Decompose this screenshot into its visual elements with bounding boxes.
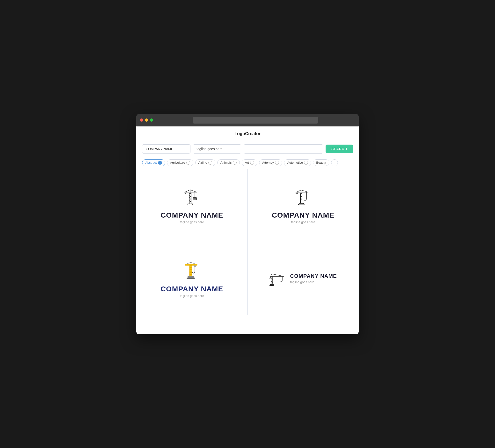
- logo-card-1[interactable]: COMPANY NAME tagline goes here: [137, 169, 247, 242]
- filter-section: Abstract ✓ Agriculture Airline Animals A…: [136, 157, 359, 169]
- company-name-1: COMPANY NAME: [161, 211, 223, 219]
- filter-animals[interactable]: Animals: [217, 159, 240, 166]
- svg-line-4: [189, 200, 191, 202]
- crane-icon-3: [182, 259, 202, 281]
- filter-label: Attorney: [262, 161, 274, 164]
- svg-rect-39: [185, 264, 197, 266]
- svg-line-41: [191, 262, 196, 264]
- check-icon: [208, 161, 212, 165]
- svg-rect-36: [190, 269, 192, 270]
- svg-line-8: [190, 190, 197, 192]
- check-icon: [233, 161, 237, 165]
- filter-label: Abstract: [145, 161, 157, 164]
- maximize-button[interactable]: [150, 118, 153, 122]
- app-container: LogoCreator SEARCH Abstract ✓ Agricultur…: [136, 126, 359, 334]
- traffic-lights: [140, 118, 153, 122]
- svg-rect-43: [194, 266, 196, 267]
- filter-airline[interactable]: Airline: [195, 159, 215, 166]
- svg-rect-46: [187, 278, 195, 279]
- filter-automotive[interactable]: Automotive: [284, 159, 311, 166]
- check-icon: ✓: [158, 161, 162, 165]
- filter-label: Animals: [220, 161, 232, 164]
- svg-rect-53: [270, 278, 271, 279]
- filter-next-button[interactable]: →: [331, 159, 338, 166]
- filter-label: Art: [245, 161, 249, 164]
- company-name-4: COMPANY NAME: [290, 273, 337, 279]
- filter-beauty[interactable]: Beauty: [313, 159, 329, 166]
- filter-abstract[interactable]: Abstract ✓: [142, 159, 165, 166]
- filter-label: Agriculture: [170, 161, 185, 164]
- search-button[interactable]: SEARCH: [326, 145, 353, 153]
- logos-grid: COMPANY NAME tagline goes here: [136, 169, 359, 315]
- svg-line-25: [296, 190, 301, 192]
- svg-line-1: [189, 195, 191, 197]
- svg-line-21: [301, 195, 302, 197]
- check-icon: [304, 161, 308, 165]
- filter-art[interactable]: Art: [242, 159, 257, 166]
- svg-rect-38: [190, 274, 192, 275]
- svg-rect-0: [189, 194, 191, 204]
- crane-icon-1: [182, 187, 202, 207]
- svg-line-40: [186, 262, 191, 264]
- tagline-3: tagline goes here: [180, 294, 204, 298]
- tagline-2: tagline goes here: [291, 220, 315, 224]
- svg-line-48: [271, 278, 273, 280]
- logo-card-3[interactable]: COMPANY NAME tagline goes here: [137, 242, 247, 315]
- company-name-3: COMPANY NAME: [161, 285, 223, 293]
- company-name-2: COMPANY NAME: [272, 211, 334, 219]
- svg-rect-35: [190, 267, 192, 268]
- app-title: LogoCreator: [234, 131, 261, 136]
- filter-agriculture[interactable]: Agriculture: [167, 159, 193, 166]
- minimize-button[interactable]: [145, 118, 148, 122]
- browser-window: LogoCreator SEARCH Abstract ✓ Agricultur…: [136, 114, 359, 334]
- filter-attorney[interactable]: Attorney: [259, 159, 282, 166]
- svg-line-54: [271, 274, 272, 276]
- logo-text-block-4: COMPANY NAME tagline goes here: [290, 273, 337, 284]
- address-bar[interactable]: [193, 117, 318, 124]
- svg-line-22: [301, 197, 302, 199]
- svg-line-23: [301, 199, 302, 200]
- svg-point-42: [190, 262, 191, 263]
- filter-label: Airline: [198, 161, 207, 164]
- app-header: LogoCreator: [136, 126, 359, 140]
- logo-card-2[interactable]: COMPANY NAME tagline goes here: [248, 169, 358, 242]
- check-icon: [186, 161, 190, 165]
- svg-line-26: [301, 190, 308, 192]
- svg-rect-47: [271, 277, 273, 285]
- svg-line-55: [272, 274, 284, 276]
- svg-rect-37: [190, 271, 192, 273]
- svg-line-50: [271, 281, 273, 283]
- tagline-input[interactable]: [193, 144, 241, 154]
- arrow-right-icon: →: [333, 161, 336, 165]
- browser-chrome: [136, 114, 359, 126]
- filter-label: Automotive: [287, 161, 303, 164]
- tagline-4: tagline goes here: [290, 280, 337, 284]
- check-icon: [250, 161, 254, 165]
- browser-body: LogoCreator SEARCH Abstract ✓ Agricultur…: [136, 126, 359, 334]
- filter-label: Beauty: [316, 161, 326, 164]
- keyword-input[interactable]: [244, 144, 323, 154]
- svg-rect-45: [188, 276, 194, 278]
- logo-card-4[interactable]: COMPANY NAME tagline goes here: [248, 242, 358, 315]
- check-icon: [275, 161, 279, 165]
- company-name-input[interactable]: [142, 144, 191, 154]
- svg-line-49: [271, 280, 273, 281]
- crane-icon-2: [293, 187, 313, 207]
- search-section: SEARCH: [136, 140, 359, 157]
- crane-icon-4: [269, 270, 286, 287]
- svg-line-7: [185, 190, 190, 192]
- close-button[interactable]: [140, 118, 143, 122]
- svg-line-3: [189, 199, 191, 200]
- tagline-1: tagline goes here: [180, 220, 204, 224]
- svg-line-2: [189, 197, 191, 199]
